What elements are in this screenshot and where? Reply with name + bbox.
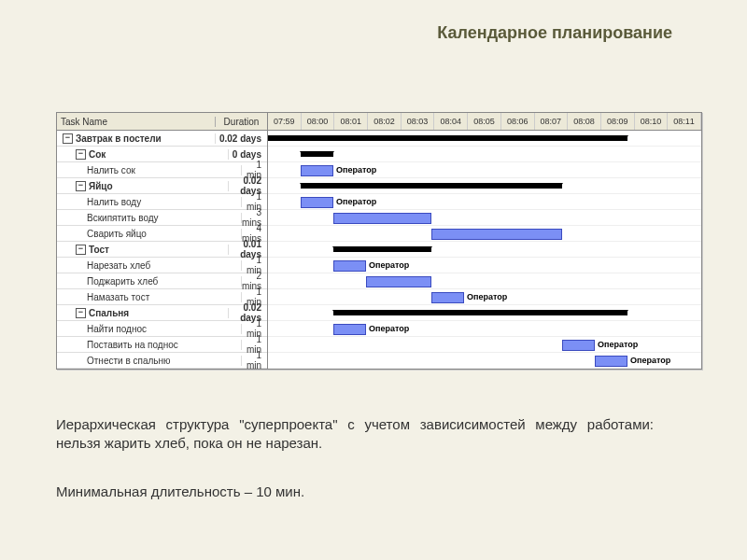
- gantt-row: [268, 178, 701, 194]
- task-row[interactable]: Поставить на поднос1 min: [57, 337, 267, 353]
- time-tick: 08:09: [601, 113, 635, 130]
- task-name-label: Яйцо: [89, 181, 113, 191]
- gantt-row: Оператор: [268, 258, 701, 273]
- gantt-row: [268, 226, 701, 242]
- collapse-toggle-icon[interactable]: −: [76, 181, 86, 191]
- time-tick: 08:10: [635, 113, 669, 130]
- task-bar[interactable]: Оператор: [333, 260, 366, 272]
- collapse-toggle-icon[interactable]: −: [63, 133, 73, 144]
- task-name-label: Поджарить хлеб: [87, 276, 158, 287]
- time-tick: 08:07: [535, 113, 569, 130]
- task-row[interactable]: −Сок0 days: [57, 147, 267, 162]
- gantt-chart: Task Name Duration −Завтрак в постели0.0…: [56, 112, 702, 370]
- task-bar[interactable]: Оператор: [301, 197, 333, 208]
- task-bar[interactable]: Оператор: [301, 165, 333, 176]
- summary-bar[interactable]: [333, 310, 627, 315]
- task-name-label: Вскипятить воду: [87, 213, 159, 223]
- time-tick: 08:01: [334, 113, 368, 130]
- task-name-label: Сварить яйцо: [87, 229, 147, 239]
- task-duration-label: 1 min: [242, 350, 267, 371]
- slide-title: Календарное планирование: [437, 23, 672, 43]
- gantt-row: Оператор: [268, 353, 701, 369]
- time-tick: 08:08: [568, 113, 601, 130]
- task-row[interactable]: −Завтрак в постели0.02 days: [57, 131, 267, 147]
- gantt-row: [268, 273, 701, 289]
- task-list-panel: Task Name Duration −Завтрак в постели0.0…: [57, 113, 268, 369]
- resource-label: Оператор: [594, 340, 638, 349]
- gantt-row: Оператор: [268, 162, 701, 178]
- time-tick: 08:04: [434, 113, 468, 130]
- task-name-label: Нарезать хлеб: [87, 260, 150, 271]
- gantt-row: [268, 305, 701, 321]
- task-name-label: Поставить на поднос: [87, 340, 178, 350]
- task-row[interactable]: Нарезать хлеб1 min: [57, 258, 267, 273]
- task-row[interactable]: −Тост0.01 days: [57, 242, 267, 258]
- task-name-label: Налить воду: [87, 197, 141, 207]
- collapse-toggle-icon[interactable]: −: [76, 149, 86, 160]
- task-name-label: Найти поднос: [87, 324, 147, 334]
- task-duration-label: 0.02 days: [216, 133, 267, 144]
- caption-hierarchy: Иерархическая структура "суперпроекта" с…: [56, 415, 654, 454]
- summary-bar[interactable]: [301, 183, 562, 189]
- task-row[interactable]: −Яйцо0.02 days: [57, 178, 267, 194]
- task-row[interactable]: Отнести в спальню1 min: [57, 353, 267, 369]
- task-row[interactable]: −Спальня0.02 days: [57, 305, 267, 321]
- time-axis-header: 07:5908:0008:0108:0208:0308:0408:0508:06…: [268, 113, 701, 131]
- time-tick: 08:11: [668, 113, 701, 130]
- time-tick: 08:06: [501, 113, 535, 130]
- task-name-label: Тост: [89, 245, 109, 255]
- summary-bar[interactable]: [301, 151, 333, 157]
- gantt-row: [268, 242, 701, 258]
- gantt-row: [268, 147, 701, 162]
- task-row[interactable]: Налить воду1 min: [57, 194, 267, 210]
- gantt-row: Оператор: [268, 194, 701, 210]
- collapse-toggle-icon[interactable]: −: [76, 308, 86, 318]
- task-bar[interactable]: [431, 229, 562, 240]
- summary-bar[interactable]: [333, 246, 431, 252]
- resource-label: Оператор: [627, 356, 670, 365]
- summary-bar[interactable]: [268, 135, 627, 141]
- resource-label: Оператор: [332, 197, 376, 206]
- time-tick: 07:59: [268, 113, 302, 130]
- time-tick: 08:02: [368, 113, 402, 130]
- task-name-label: Отнести в спальню: [87, 356, 171, 366]
- task-name-label: Спальня: [89, 308, 129, 318]
- task-name-label: Завтрак в постели: [76, 133, 162, 144]
- task-bar[interactable]: [333, 213, 431, 224]
- gantt-row: [268, 210, 701, 226]
- task-bar[interactable]: Оператор: [562, 340, 595, 351]
- gantt-timeline-panel[interactable]: 07:5908:0008:0108:0208:0308:0408:0508:06…: [268, 113, 701, 369]
- task-bar[interactable]: [366, 276, 431, 287]
- resource-label: Оператор: [365, 324, 409, 333]
- time-tick: 08:03: [402, 113, 435, 130]
- gantt-row: Оператор: [268, 337, 701, 353]
- task-bar[interactable]: Оператор: [431, 292, 464, 303]
- resource-label: Оператор: [332, 165, 376, 175]
- caption-duration: Минимальная длительность – 10 мин.: [56, 483, 304, 499]
- task-row[interactable]: Поджарить хлеб2 mins: [57, 273, 267, 289]
- task-bar[interactable]: Оператор: [333, 324, 366, 335]
- task-row[interactable]: Найти поднос1 min: [57, 321, 267, 337]
- task-row[interactable]: Вскипятить воду3 mins: [57, 210, 267, 226]
- collapse-toggle-icon[interactable]: −: [76, 245, 86, 255]
- column-header-row: Task Name Duration: [57, 113, 267, 131]
- gantt-row: [268, 131, 701, 147]
- resource-label: Оператор: [365, 260, 409, 270]
- gantt-row: Оператор: [268, 321, 701, 337]
- time-tick: 08:00: [302, 113, 335, 130]
- task-name-label: Намазать тост: [87, 292, 149, 302]
- column-header-taskname[interactable]: Task Name: [57, 117, 216, 127]
- task-name-label: Сок: [89, 149, 106, 160]
- time-tick: 08:05: [468, 113, 501, 130]
- column-header-duration[interactable]: Duration: [216, 117, 267, 127]
- task-bar[interactable]: Оператор: [595, 356, 627, 367]
- gantt-row: Оператор: [268, 289, 701, 305]
- resource-label: Оператор: [463, 292, 507, 301]
- task-name-label: Налить сок: [87, 165, 135, 175]
- task-duration-label: 0 days: [229, 149, 267, 160]
